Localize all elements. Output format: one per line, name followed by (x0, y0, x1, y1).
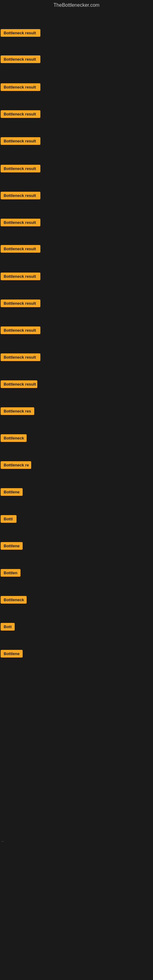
bottleneck-item: Bottleneck result (1, 219, 40, 228)
items-container: Bottleneck resultBottleneck resultBottle… (0, 12, 153, 980)
bottleneck-item: Bottlene (1, 488, 22, 497)
site-title: TheBottlenecker.com (0, 0, 153, 12)
bottleneck-badge: Bottleneck re (1, 461, 31, 469)
ellipsis: ... (1, 838, 4, 842)
bottleneck-item: Bottlene (1, 650, 22, 659)
bottleneck-badge: Bottlene (1, 488, 22, 496)
bottleneck-item: Bottl (1, 515, 16, 524)
bottleneck-badge: Bottleneck result (1, 299, 40, 307)
bottleneck-badge: Bottleneck result (1, 56, 40, 63)
bottleneck-item: Bottleneck result (1, 245, 40, 254)
bottleneck-item: Bottleneck result (1, 192, 40, 200)
bottleneck-badge: Bottlene (1, 542, 22, 550)
bottleneck-item: Bottleneck result (1, 299, 40, 309)
bottleneck-item: Bottleneck result (1, 380, 37, 389)
bottleneck-badge: Bottleneck result (1, 165, 40, 172)
bottleneck-badge: Bottleneck result (1, 137, 40, 145)
bottleneck-item: Bottlene (1, 542, 22, 551)
bottleneck-badge: Bottlene (1, 650, 22, 657)
bottleneck-badge: Bottleneck result (1, 353, 40, 361)
bottleneck-badge: Bottleneck result (1, 326, 40, 334)
bottleneck-item: Bottleneck result (1, 165, 40, 173)
bottleneck-badge: Bott (1, 623, 15, 630)
bottleneck-badge: Bottleneck res (1, 407, 34, 415)
bottleneck-item: Bottleneck re (1, 461, 31, 470)
bottleneck-item: Bottlen (1, 569, 21, 578)
bottleneck-badge: Bottl (1, 515, 16, 523)
bottleneck-badge: Bottleneck result (1, 83, 40, 91)
bottleneck-item: Bottleneck result (1, 272, 40, 282)
bottleneck-item: Bottleneck result (1, 353, 40, 362)
bottleneck-badge: Bottleneck result (1, 380, 37, 388)
bottleneck-badge: Bottleneck result (1, 245, 40, 253)
bottleneck-item: Bottleneck (1, 434, 27, 443)
bottleneck-item: Bottleneck result (1, 83, 40, 92)
bottleneck-item: Bottleneck result (1, 137, 40, 146)
bottleneck-badge: Bottlen (1, 569, 21, 577)
bottleneck-item: Bottleneck result (1, 110, 40, 119)
bottleneck-item: Bottleneck res (1, 407, 34, 416)
bottleneck-badge: Bottleneck (1, 596, 27, 604)
bottleneck-badge: Bottleneck result (1, 272, 40, 280)
bottleneck-badge: Bottleneck result (1, 29, 40, 37)
bottleneck-badge: Bottleneck (1, 434, 27, 442)
bottleneck-badge: Bottleneck result (1, 219, 40, 226)
bottleneck-item: Bottleneck result (1, 326, 40, 335)
bottleneck-item: Bottleneck (1, 596, 27, 605)
bottleneck-badge: Bottleneck result (1, 110, 40, 118)
bottleneck-item: Bott (1, 623, 15, 632)
bottleneck-item: Bottleneck result (1, 56, 40, 64)
bottleneck-item: Bottleneck result (1, 29, 40, 38)
bottleneck-badge: Bottleneck result (1, 192, 40, 199)
